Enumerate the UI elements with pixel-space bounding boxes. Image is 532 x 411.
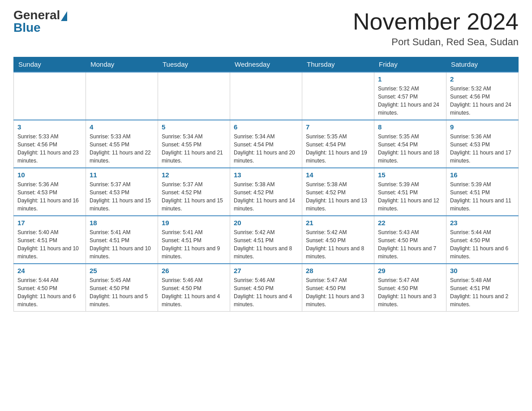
day-number: 13 [234, 171, 298, 179]
table-row [86, 72, 158, 120]
day-number: 29 [378, 267, 442, 274]
table-row: 21Sunrise: 5:42 AMSunset: 4:50 PMDayligh… [302, 216, 374, 264]
calendar-week-row: 10Sunrise: 5:36 AMSunset: 4:53 PMDayligh… [14, 168, 519, 216]
day-number: 5 [162, 123, 226, 131]
location-subtitle: Port Sudan, Red Sea, Sudan [353, 36, 519, 48]
sun-info: Sunrise: 5:32 AMSunset: 4:57 PMDaylight:… [378, 85, 442, 117]
day-number: 20 [234, 219, 298, 227]
table-row: 10Sunrise: 5:36 AMSunset: 4:53 PMDayligh… [14, 168, 86, 216]
sun-info: Sunrise: 5:38 AMSunset: 4:52 PMDaylight:… [306, 180, 370, 213]
day-number: 11 [90, 171, 154, 179]
sun-info: Sunrise: 5:48 AMSunset: 4:51 PMDaylight:… [450, 276, 515, 308]
day-number: 12 [162, 171, 226, 179]
sun-info: Sunrise: 5:44 AMSunset: 4:50 PMDaylight:… [450, 228, 515, 261]
table-row [302, 72, 374, 120]
table-row [230, 72, 302, 120]
day-number: 26 [162, 267, 226, 274]
day-number: 9 [450, 123, 515, 131]
day-number: 24 [17, 267, 82, 274]
calendar-header-row: Sunday Monday Tuesday Wednesday Thursday… [14, 57, 519, 72]
sun-info: Sunrise: 5:35 AMSunset: 4:54 PMDaylight:… [306, 133, 370, 165]
table-row: 19Sunrise: 5:41 AMSunset: 4:51 PMDayligh… [158, 216, 230, 264]
table-row: 13Sunrise: 5:38 AMSunset: 4:52 PMDayligh… [230, 168, 302, 216]
day-number: 27 [234, 267, 298, 274]
col-friday: Friday [374, 57, 446, 72]
day-number: 22 [378, 219, 442, 227]
table-row: 28Sunrise: 5:47 AMSunset: 4:50 PMDayligh… [302, 264, 374, 312]
table-row: 11Sunrise: 5:37 AMSunset: 4:53 PMDayligh… [86, 168, 158, 216]
table-row: 9Sunrise: 5:36 AMSunset: 4:53 PMDaylight… [446, 120, 519, 168]
table-row: 26Sunrise: 5:46 AMSunset: 4:50 PMDayligh… [158, 264, 230, 312]
calendar-table: Sunday Monday Tuesday Wednesday Thursday… [13, 57, 519, 312]
day-number: 10 [17, 171, 82, 179]
sun-info: Sunrise: 5:42 AMSunset: 4:50 PMDaylight:… [306, 228, 370, 261]
table-row: 14Sunrise: 5:38 AMSunset: 4:52 PMDayligh… [302, 168, 374, 216]
table-row: 27Sunrise: 5:46 AMSunset: 4:50 PMDayligh… [230, 264, 302, 312]
sun-info: Sunrise: 5:37 AMSunset: 4:52 PMDaylight:… [162, 180, 226, 213]
sun-info: Sunrise: 5:32 AMSunset: 4:56 PMDaylight:… [450, 85, 515, 117]
day-number: 14 [306, 171, 370, 179]
table-row: 6Sunrise: 5:34 AMSunset: 4:54 PMDaylight… [230, 120, 302, 168]
sun-info: Sunrise: 5:39 AMSunset: 4:51 PMDaylight:… [378, 180, 442, 213]
header: General Blue November 2024 Port Sudan, R… [13, 9, 519, 48]
sun-info: Sunrise: 5:38 AMSunset: 4:52 PMDaylight:… [234, 180, 298, 213]
day-number: 21 [306, 219, 370, 227]
day-number: 4 [90, 123, 154, 131]
logo-general-text: General [13, 9, 60, 21]
table-row: 4Sunrise: 5:33 AMSunset: 4:55 PMDaylight… [86, 120, 158, 168]
sun-info: Sunrise: 5:41 AMSunset: 4:51 PMDaylight:… [90, 228, 154, 261]
sun-info: Sunrise: 5:37 AMSunset: 4:53 PMDaylight:… [90, 180, 154, 213]
sun-info: Sunrise: 5:46 AMSunset: 4:50 PMDaylight:… [162, 276, 226, 308]
sun-info: Sunrise: 5:33 AMSunset: 4:55 PMDaylight:… [90, 133, 154, 165]
table-row [14, 72, 86, 120]
day-number: 15 [378, 171, 442, 179]
sun-info: Sunrise: 5:47 AMSunset: 4:50 PMDaylight:… [306, 276, 370, 308]
table-row: 23Sunrise: 5:44 AMSunset: 4:50 PMDayligh… [446, 216, 519, 264]
col-tuesday: Tuesday [158, 57, 230, 72]
logo-blue-text: Blue [13, 21, 41, 34]
day-number: 25 [90, 267, 154, 274]
table-row: 20Sunrise: 5:42 AMSunset: 4:51 PMDayligh… [230, 216, 302, 264]
table-row: 30Sunrise: 5:48 AMSunset: 4:51 PMDayligh… [446, 264, 519, 312]
day-number: 19 [162, 219, 226, 227]
table-row [158, 72, 230, 120]
sun-info: Sunrise: 5:34 AMSunset: 4:55 PMDaylight:… [162, 133, 226, 165]
table-row: 7Sunrise: 5:35 AMSunset: 4:54 PMDaylight… [302, 120, 374, 168]
table-row: 3Sunrise: 5:33 AMSunset: 4:56 PMDaylight… [14, 120, 86, 168]
sun-info: Sunrise: 5:39 AMSunset: 4:51 PMDaylight:… [450, 180, 515, 213]
calendar-week-row: 3Sunrise: 5:33 AMSunset: 4:56 PMDaylight… [14, 120, 519, 168]
col-monday: Monday [86, 57, 158, 72]
table-row: 29Sunrise: 5:47 AMSunset: 4:50 PMDayligh… [374, 264, 446, 312]
sun-info: Sunrise: 5:36 AMSunset: 4:53 PMDaylight:… [17, 180, 82, 213]
sun-info: Sunrise: 5:41 AMSunset: 4:51 PMDaylight:… [162, 228, 226, 261]
col-wednesday: Wednesday [230, 57, 302, 72]
table-row: 22Sunrise: 5:43 AMSunset: 4:50 PMDayligh… [374, 216, 446, 264]
table-row: 15Sunrise: 5:39 AMSunset: 4:51 PMDayligh… [374, 168, 446, 216]
day-number: 17 [17, 219, 82, 227]
day-number: 18 [90, 219, 154, 227]
sun-info: Sunrise: 5:36 AMSunset: 4:53 PMDaylight:… [450, 133, 515, 165]
sun-info: Sunrise: 5:42 AMSunset: 4:51 PMDaylight:… [234, 228, 298, 261]
table-row: 18Sunrise: 5:41 AMSunset: 4:51 PMDayligh… [86, 216, 158, 264]
sun-info: Sunrise: 5:33 AMSunset: 4:56 PMDaylight:… [17, 133, 82, 165]
col-saturday: Saturday [446, 57, 519, 72]
sun-info: Sunrise: 5:40 AMSunset: 4:51 PMDaylight:… [17, 228, 82, 261]
month-title: November 2024 [353, 9, 519, 34]
sun-info: Sunrise: 5:43 AMSunset: 4:50 PMDaylight:… [378, 228, 442, 261]
table-row: 1Sunrise: 5:32 AMSunset: 4:57 PMDaylight… [374, 72, 446, 120]
col-thursday: Thursday [302, 57, 374, 72]
day-number: 30 [450, 267, 515, 274]
table-row: 8Sunrise: 5:35 AMSunset: 4:54 PMDaylight… [374, 120, 446, 168]
sun-info: Sunrise: 5:44 AMSunset: 4:50 PMDaylight:… [17, 276, 82, 308]
sun-info: Sunrise: 5:34 AMSunset: 4:54 PMDaylight:… [234, 133, 298, 165]
day-number: 1 [378, 75, 442, 83]
day-number: 2 [450, 75, 515, 83]
day-number: 3 [17, 123, 82, 131]
sun-info: Sunrise: 5:47 AMSunset: 4:50 PMDaylight:… [378, 276, 442, 308]
table-row: 5Sunrise: 5:34 AMSunset: 4:55 PMDaylight… [158, 120, 230, 168]
day-number: 28 [306, 267, 370, 274]
sun-info: Sunrise: 5:45 AMSunset: 4:50 PMDaylight:… [90, 276, 154, 308]
day-number: 8 [378, 123, 442, 131]
table-row: 17Sunrise: 5:40 AMSunset: 4:51 PMDayligh… [14, 216, 86, 264]
col-sunday: Sunday [14, 57, 86, 72]
